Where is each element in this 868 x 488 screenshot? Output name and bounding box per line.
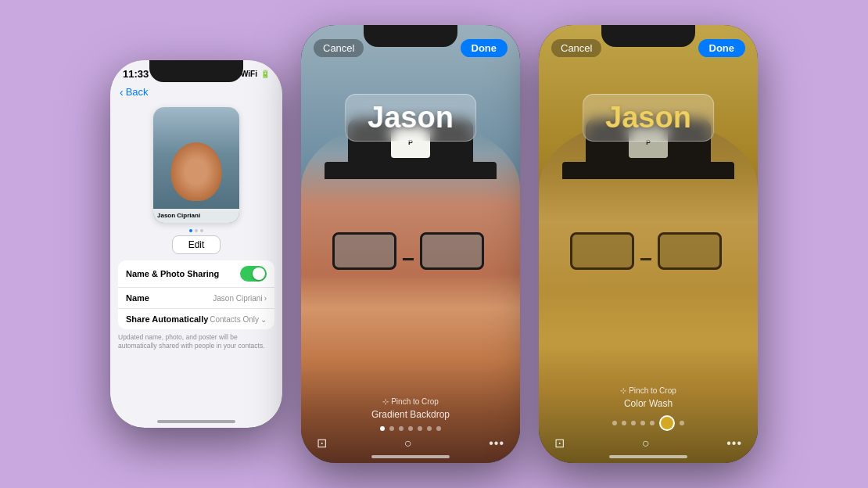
back-button[interactable]: ‹ Back (120, 86, 273, 98)
toggle-switch[interactable] (240, 266, 267, 282)
phone-1-settings: 11:33 ▲ WiFi 🔋 ‹ Back Jason Cipriani (110, 60, 282, 428)
back-chevron-icon: ‹ (120, 87, 124, 98)
home-indicator-1 (157, 420, 235, 423)
notch-1 (149, 60, 243, 82)
contact-photo: Jason Cipriani (153, 107, 239, 223)
done-button-3[interactable]: Done (698, 39, 746, 57)
glasses-2 (332, 232, 489, 271)
pinch-icon-3: ⊹ (620, 386, 626, 395)
name-overlay-3: Jason (583, 94, 714, 142)
back-navigation: ‹ Back (110, 83, 282, 104)
backdrop-label-2: Gradient Backdrop (301, 409, 520, 420)
photo-icon-2[interactable]: ⊡ (317, 436, 327, 450)
name-text-2: Jason (368, 101, 454, 134)
edit-button[interactable]: Edit (172, 235, 221, 254)
glasses-bridge-2 (403, 258, 414, 260)
circle-icon-2[interactable]: ○ (404, 436, 412, 450)
back-label: Back (126, 86, 149, 98)
notch-3 (601, 25, 695, 47)
done-button-2[interactable]: Done (461, 39, 508, 57)
more-button-3[interactable]: ••• (726, 436, 742, 450)
bottom-icons-3: ⊡ ○ ••• (539, 436, 758, 450)
name-text-3: Jason (605, 101, 691, 134)
backdrop-label-3: Color Wash (539, 398, 758, 409)
notch-2 (364, 25, 457, 47)
contact-card: Jason Cipriani (153, 107, 239, 223)
circle-icon-3[interactable]: ○ (642, 436, 650, 450)
toggle-knob (253, 267, 265, 280)
glasses-frame-2 (332, 232, 489, 270)
settings-section: Name & Photo Sharing Name Jason Cipriani… (118, 260, 274, 329)
glasses-right-lens-2 (420, 232, 484, 270)
dot-p3-swatch[interactable] (659, 415, 675, 431)
pinch-hint-2: ⊹ Pinch to Crop (301, 397, 520, 406)
cancel-button-3[interactable]: Cancel (551, 39, 601, 57)
dot-3 (200, 229, 203, 232)
name-overlay-2: Jason (345, 94, 476, 142)
dot-p2-6[interactable] (427, 426, 432, 431)
dot-p2-3[interactable] (399, 426, 404, 431)
dot-p2-5[interactable] (418, 426, 422, 431)
fullscreen-photo-3: P Cancel Done (539, 25, 758, 463)
dot-1 (189, 229, 192, 232)
glasses-3 (570, 232, 726, 271)
settings-note: Updated name, photo, and poster will be … (110, 329, 282, 354)
dot-p2-7[interactable] (436, 426, 441, 431)
dot-2 (195, 229, 198, 232)
cancel-button-2[interactable]: Cancel (314, 39, 364, 57)
bottom-icons-2: ⊡ ○ ••• (301, 436, 520, 450)
name-photo-sharing-label: Name & Photo Sharing (126, 269, 219, 278)
phone-2-gradient: P Cancel Done Jason (301, 25, 520, 463)
name-row-label: Name (126, 293, 149, 303)
dot-p3-1[interactable] (612, 421, 617, 425)
home-indicator-2 (371, 455, 450, 458)
contact-card-dots (110, 229, 282, 232)
dot-p3-2[interactable] (622, 421, 626, 425)
name-row-value: Jason Cipriani › (213, 294, 267, 303)
wifi-icon: WiFi (241, 70, 257, 78)
fullscreen-photo-2: P Cancel Done Jason (301, 25, 520, 463)
dot-p2-4[interactable] (408, 426, 413, 431)
more-button-2[interactable]: ••• (489, 436, 504, 450)
name-photo-sharing-row[interactable]: Name & Photo Sharing (118, 260, 274, 288)
contact-face (171, 142, 222, 201)
phone-3-colorwash: P Cancel Done (539, 25, 758, 463)
pinch-hint-3: ⊹ Pinch to Crop (539, 386, 758, 395)
name-chevron-icon: › (264, 294, 267, 303)
dots-row-3 (539, 415, 758, 431)
glasses-frame-3 (570, 232, 726, 270)
bottom-controls-3: ⊹ Pinch to Crop Color Wash ⊡ ○ ••• (539, 386, 758, 450)
dot-p2-2[interactable] (389, 426, 394, 431)
share-auto-icon: ⌄ (260, 315, 267, 324)
glasses-right-lens-3 (658, 232, 722, 270)
dot-p3-7[interactable] (680, 421, 684, 425)
pinch-label-2: Pinch to Crop (391, 397, 439, 406)
share-auto-value: Contacts Only ⌄ (210, 315, 267, 324)
dot-p3-4[interactable] (640, 421, 645, 425)
glasses-bridge-3 (640, 258, 651, 260)
glasses-left-lens-3 (570, 232, 634, 270)
share-auto-label: Share Automatically (126, 314, 208, 324)
photo-icon-3[interactable]: ⊡ (554, 436, 565, 450)
share-auto-row[interactable]: Share Automatically Contacts Only ⌄ (118, 309, 274, 329)
dots-row-2 (301, 426, 520, 431)
time-display: 11:33 (123, 68, 149, 80)
edit-button-container: Edit (110, 235, 282, 254)
contact-name-overlay: Jason Cipriani (153, 209, 239, 223)
glasses-left-lens-2 (332, 232, 396, 270)
bottom-controls-2: ⊹ Pinch to Crop Gradient Backdrop ⊡ ○ • (301, 397, 520, 450)
dot-p2-1[interactable] (380, 426, 385, 431)
home-indicator-3 (609, 455, 687, 458)
dot-p3-3[interactable] (631, 421, 636, 425)
pinch-icon-2: ⊹ (382, 397, 389, 406)
battery-icon: 🔋 (260, 70, 270, 78)
dot-p3-5[interactable] (650, 421, 655, 425)
pinch-label-3: Pinch to Crop (629, 386, 676, 395)
contact-name-text: Jason Cipriani (157, 212, 200, 219)
name-row[interactable]: Name Jason Cipriani › (118, 288, 274, 309)
